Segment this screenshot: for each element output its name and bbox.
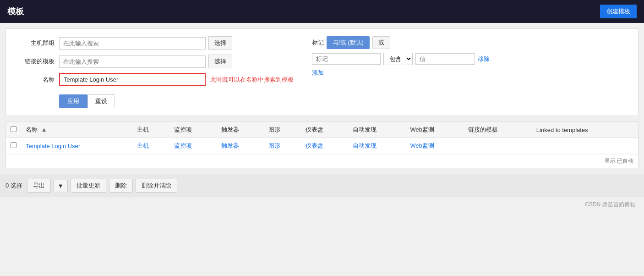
col-linked-header: 链接的模板 — [464, 122, 532, 138]
tag-contains-select[interactable]: 包含 — [383, 53, 413, 65]
host-group-select-button[interactable]: 选择 — [208, 36, 232, 50]
remove-tag-link[interactable]: 移除 — [478, 55, 490, 63]
col-dashboards-header: 仪表盘 — [301, 122, 348, 138]
export-dropdown-button[interactable]: ▼ — [54, 180, 68, 192]
col-web-header: Web监测 — [406, 122, 464, 138]
mass-update-button[interactable]: 批量更新 — [71, 179, 106, 193]
host-group-row: 主机群组 选择 — [13, 36, 294, 50]
table-section: 名称 ▲ 主机 监控项 触发器 图形 仪表盘 自动发现 Web监测 链接的模板 … — [5, 121, 639, 168]
tag-buttons-row: 标记 与/或 (默认) 或 — [312, 36, 490, 49]
web-link[interactable]: Web监测 — [410, 142, 435, 149]
filter-main: 主机群组 选择 链接的模板 选择 名称 此时既可以在名称中搜索到模板 标记 — [13, 36, 631, 91]
row-linked-cell — [464, 138, 532, 154]
filter-left: 主机群组 选择 链接的模板 选择 名称 此时既可以在名称中搜索到模板 — [13, 36, 294, 91]
tag-input-row: 包含 移除 — [312, 53, 490, 65]
name-row: 名称 此时既可以在名称中搜索到模板 — [13, 73, 294, 86]
tags-label: 标记 — [312, 39, 324, 47]
host-link[interactable]: 主机 — [137, 142, 149, 149]
col-items-header: 监控项 — [169, 122, 217, 138]
apply-button[interactable]: 应用 — [59, 94, 87, 108]
filter-right: 标记 与/或 (默认) 或 包含 移除 添加 — [312, 36, 490, 77]
tag-value-input[interactable] — [415, 53, 475, 65]
row-web-cell: Web监测 — [406, 138, 464, 154]
create-button[interactable]: 创建模板 — [600, 5, 637, 18]
show-auto-text: 显示 已自动 — [6, 154, 638, 168]
host-group-input[interactable] — [59, 37, 206, 50]
header-checkbox-cell — [6, 122, 21, 138]
row-host-cell: 主机 — [132, 138, 169, 154]
discovery-link[interactable]: 自动发现 — [353, 142, 377, 149]
watermark-text: CSDN @苗苗奶黄包. — [585, 201, 637, 208]
triggers-link[interactable]: 触发器 — [221, 142, 239, 149]
row-name-cell: Template Login User — [21, 138, 132, 154]
host-group-label: 主机群组 — [13, 39, 55, 47]
selection-count: 0 选择 — [5, 182, 22, 190]
add-tag-link[interactable]: 添加 — [312, 69, 324, 77]
tag-input[interactable] — [312, 53, 381, 65]
dashboards-link[interactable]: 仪表盘 — [306, 142, 323, 149]
tag-and-button[interactable]: 与/或 (默认) — [327, 36, 370, 49]
page-title: 模板 — [7, 6, 24, 17]
linked-template-input[interactable] — [59, 55, 206, 68]
delete-button[interactable]: 删除 — [109, 179, 133, 193]
row-checkbox[interactable] — [11, 142, 16, 148]
page-header: 模板 创建模板 — [0, 0, 644, 23]
col-name-header[interactable]: 名称 ▲ — [21, 122, 132, 138]
watermark: CSDN @苗苗奶黄包. — [0, 197, 644, 212]
table-header-row: 名称 ▲ 主机 监控项 触发器 图形 仪表盘 自动发现 Web监测 链接的模板 … — [6, 122, 638, 138]
row-checkbox-cell — [6, 138, 21, 154]
col-host-header: 主机 — [132, 122, 169, 138]
templates-table: 名称 ▲ 主机 监控项 触发器 图形 仪表盘 自动发现 Web监测 链接的模板 … — [6, 122, 638, 154]
row-linked-to-cell — [532, 138, 638, 154]
graphs-link[interactable]: 图形 — [268, 142, 280, 149]
select-all-checkbox[interactable] — [11, 126, 16, 132]
row-triggers-cell: 触发器 — [217, 138, 264, 154]
export-button[interactable]: 导出 — [27, 179, 51, 193]
add-tag-row: 添加 — [312, 69, 490, 77]
tag-or-button[interactable]: 或 — [372, 36, 390, 49]
name-input[interactable] — [59, 73, 206, 86]
col-triggers-header: 触发器 — [217, 122, 264, 138]
linked-template-label: 链接的模板 — [13, 57, 55, 66]
template-name-link[interactable]: Template Login User — [26, 143, 80, 149]
filter-actions-row: 应用 重设 — [13, 94, 631, 108]
col-discovery-header: 自动发现 — [348, 122, 406, 138]
items-link[interactable]: 监控项 — [174, 142, 192, 149]
col-graphs-header: 图形 — [264, 122, 300, 138]
filter-section: 主机群组 选择 链接的模板 选择 名称 此时既可以在名称中搜索到模板 标记 — [5, 28, 639, 116]
show-auto-label: 显示 已自动 — [605, 158, 633, 164]
bottom-bar: 0 选择 导出 ▼ 批量更新 删除 删除并清除 — [0, 174, 644, 197]
reset-button[interactable]: 重设 — [87, 94, 115, 108]
delete-clear-button[interactable]: 删除并清除 — [136, 179, 177, 193]
row-dashboards-cell: 仪表盘 — [301, 138, 348, 154]
annotation-text: 此时既可以在名称中搜索到模板 — [210, 76, 294, 84]
table-row: Template Login User 主机 监控项 触发器 图形 仪表盘 — [6, 138, 638, 154]
row-graphs-cell: 图形 — [264, 138, 300, 154]
col-linked-to-header: Linked to templates — [532, 122, 638, 138]
row-discovery-cell: 自动发现 — [348, 138, 406, 154]
name-label: 名称 — [13, 76, 55, 84]
col-name-label: 名称 — [26, 126, 38, 133]
linked-template-select-button[interactable]: 选择 — [208, 55, 232, 68]
linked-template-row: 链接的模板 选择 — [13, 55, 294, 68]
sort-icon: ▲ — [41, 126, 47, 133]
row-items-cell: 监控项 — [169, 138, 217, 154]
